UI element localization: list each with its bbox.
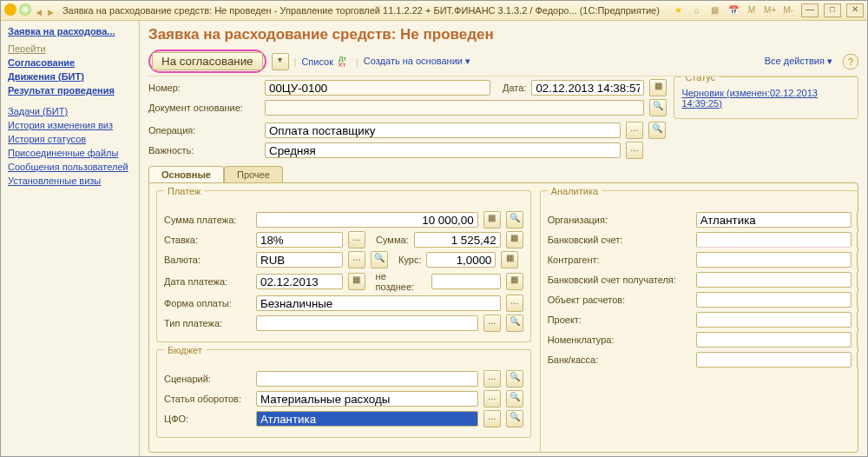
paytype-input[interactable] [256, 315, 478, 331]
paydate-picker-icon[interactable]: ▦ [348, 273, 365, 290]
bankcash-select-icon[interactable]: … [857, 351, 858, 368]
operation-select-icon[interactable]: … [626, 122, 643, 139]
status-box: Статус Черновик (изменен:02.12.2013 14:3… [674, 76, 858, 119]
payment-fieldset: Платеж Сумма платежа: ▦ 🔍 Ставка: [156, 190, 531, 342]
cfo-open-icon[interactable]: 🔍 [506, 410, 523, 427]
home-icon[interactable]: ⌂ [691, 5, 703, 17]
amount-input[interactable] [256, 212, 478, 228]
nav-back-icon[interactable]: ◄ [34, 7, 43, 17]
doc-basis-open-icon[interactable]: 🔍 [649, 99, 667, 116]
sidebar-item-posting-result[interactable]: Результат проведения [8, 85, 132, 96]
paytype-label: Тип платежа: [164, 318, 251, 328]
all-actions-link[interactable]: Все действия ▾ [765, 56, 832, 67]
sidebar-item-movements[interactable]: Движения (БИТ) [8, 71, 132, 82]
course-calc-icon[interactable]: ▦ [501, 251, 518, 268]
grid-icon[interactable]: ▦ [709, 5, 721, 17]
paytype-select-icon[interactable]: … [483, 315, 501, 332]
sidebar-item-approval[interactable]: Согласование [8, 57, 132, 68]
status-legend: Статус [681, 76, 719, 83]
notlater-picker-icon[interactable]: ▦ [506, 273, 523, 290]
approve-button[interactable]: На согласование [152, 52, 263, 70]
importance-label: Важность: [148, 145, 260, 156]
sidebar-link-status-history[interactable]: История статусов [8, 134, 132, 144]
create-based-link[interactable]: Создать на основании ▾ [364, 56, 470, 67]
operation-open-icon[interactable]: 🔍 [648, 122, 666, 139]
date-input[interactable] [531, 80, 644, 96]
obj-input[interactable] [696, 292, 852, 308]
cfo-select-icon[interactable]: … [483, 410, 501, 427]
currency-select-icon[interactable]: … [348, 251, 365, 268]
calc-m-icon[interactable]: M [746, 5, 758, 17]
course-input[interactable] [426, 252, 496, 268]
tab-other[interactable]: Прочее [224, 166, 283, 182]
currency-input[interactable] [256, 252, 343, 268]
toolbar-dropdown-icon[interactable]: ▾ [272, 53, 289, 70]
doc-basis-input[interactable] [265, 100, 644, 116]
nomen-input[interactable] [696, 332, 852, 348]
scenario-input[interactable] [256, 371, 478, 387]
amount-open-icon[interactable]: 🔍 [506, 211, 523, 228]
notlater-input[interactable] [431, 274, 501, 289]
payform-input[interactable] [256, 295, 501, 311]
sidebar-link-messages[interactable]: Сообщения пользователей [8, 162, 132, 172]
article-input[interactable] [256, 391, 478, 407]
org-select-icon[interactable]: … [857, 211, 858, 228]
obj-select-icon[interactable]: … [857, 291, 858, 308]
project-select-icon[interactable]: … [857, 311, 858, 328]
maximize-button[interactable]: □ [824, 3, 841, 17]
close-button[interactable]: ✕ [846, 3, 864, 17]
bank-input[interactable] [696, 232, 852, 248]
tab-main[interactable]: Основные [148, 166, 224, 182]
paytype-open-icon[interactable]: 🔍 [506, 315, 523, 332]
sidebar-link-attachments[interactable]: Присоединенные файлы [8, 148, 132, 158]
recvbank-select-icon[interactable]: … [857, 271, 858, 288]
importance-select-icon[interactable]: … [626, 142, 643, 159]
sidebar-link-visa-history[interactable]: История изменения виз [8, 120, 132, 130]
contr-select-icon[interactable]: … [857, 251, 858, 268]
payform-select-icon[interactable]: … [506, 295, 523, 312]
rate-select-icon[interactable]: … [348, 231, 365, 248]
cfo-label: ЦФО: [164, 414, 251, 424]
scenario-select-icon[interactable]: … [483, 370, 501, 387]
org-input[interactable] [696, 212, 852, 228]
project-label: Проект: [548, 315, 691, 325]
sidebar-link-tasks[interactable]: Задачи (БИТ) [8, 106, 132, 116]
help-icon[interactable]: ? [843, 54, 858, 70]
left-column: Платеж Сумма платежа: ▦ 🔍 Ставка: [156, 190, 531, 445]
budget-fieldset: Бюджет Сценарий: … 🔍 Статья оборотов: [156, 349, 531, 438]
sidebar-link-set-visas[interactable]: Установленные визы [8, 176, 132, 186]
cfo-input[interactable] [256, 411, 478, 427]
calc-mplus-icon[interactable]: M+ [764, 5, 776, 17]
nomen-select-icon[interactable]: … [857, 331, 858, 348]
calc-mminus-icon[interactable]: M- [782, 5, 794, 17]
article-select-icon[interactable]: … [483, 390, 501, 407]
currency-open-icon[interactable]: 🔍 [371, 251, 388, 268]
date-picker-icon[interactable]: ▦ [649, 79, 667, 96]
right-column: Аналитика Организация:…🔍 Банковский счет… [540, 190, 858, 445]
scenario-open-icon[interactable]: 🔍 [506, 370, 523, 387]
nav-fwd-icon[interactable]: ► [46, 7, 56, 17]
titlebar-tools: ★ ⌂ ▦ 📅 M M+ M- [671, 4, 796, 17]
list-link[interactable]: Список [301, 56, 333, 67]
article-open-icon[interactable]: 🔍 [506, 390, 523, 407]
bankcash-input[interactable] [696, 352, 852, 368]
contr-input[interactable] [696, 252, 852, 268]
paydate-input[interactable] [256, 274, 343, 289]
bank-select-icon[interactable]: … [857, 231, 858, 248]
sum-calc-icon[interactable]: ▦ [506, 231, 523, 248]
calendar-icon[interactable]: 📅 [727, 5, 740, 17]
recvbank-input[interactable] [696, 272, 852, 288]
sidebar-header[interactable]: Заявка на расходова... [8, 26, 115, 36]
amount-calc-icon[interactable]: ▦ [483, 211, 501, 228]
operation-input[interactable] [265, 123, 621, 138]
project-input[interactable] [696, 312, 852, 328]
sum-input[interactable] [414, 232, 501, 248]
operation-label: Операция: [148, 125, 260, 136]
number-input[interactable] [265, 80, 490, 96]
minimize-button[interactable]: — [801, 3, 819, 17]
rate-input[interactable] [256, 232, 343, 248]
importance-input[interactable] [265, 142, 621, 158]
dtkt-icon[interactable]: ДтКт [339, 56, 351, 68]
star-icon[interactable]: ★ [673, 5, 685, 17]
status-link[interactable]: Черновик (изменен:02.12.2013 14:39:25) [681, 88, 818, 109]
